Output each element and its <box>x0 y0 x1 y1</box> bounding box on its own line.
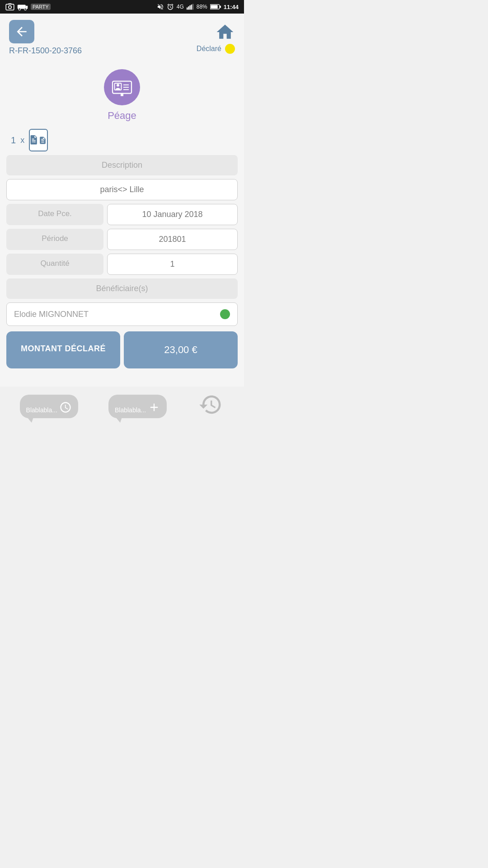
svg-point-21 <box>32 142 34 144</box>
beneficiary-row[interactable]: Elodie MIGNONNET <box>6 302 238 326</box>
svg-point-16 <box>117 84 119 87</box>
home-button[interactable] <box>215 22 235 42</box>
clock-icon-1 <box>59 401 72 414</box>
battery-percent: 88% <box>197 4 207 10</box>
party-label: PARTY <box>31 4 51 10</box>
category-label: Péage <box>108 110 136 122</box>
periode-label: Période <box>6 229 103 250</box>
back-button[interactable] <box>9 20 34 43</box>
history-icon <box>198 392 223 417</box>
nav-item-history-chat[interactable]: Blablabla... <box>20 395 78 418</box>
svg-point-4 <box>19 8 21 10</box>
nav-bubble-1-text: Blablabla... <box>26 406 57 414</box>
amount-row: MONTANT DÉCLARÉ 23,00 € <box>6 331 238 368</box>
description-header: Description <box>6 155 238 175</box>
quantite-row: Quantité 1 <box>6 254 238 275</box>
description-input[interactable]: paris<> Lille <box>6 179 238 200</box>
nav-history-icon[interactable] <box>197 391 224 418</box>
status-bar-right: 4G 88% 11:44 <box>157 3 239 10</box>
header-info: Déclaré <box>197 22 235 54</box>
svg-rect-0 <box>6 4 14 10</box>
category-section: Péage <box>6 65 238 124</box>
header: R-FR-1500-20-3766 Déclaré <box>0 14 244 60</box>
alarm-icon <box>167 3 174 10</box>
svg-rect-6 <box>187 8 188 10</box>
main-content: Péage 1 x Description paris<> Lille Date… <box>0 60 244 387</box>
periode-row: Période 201801 <box>6 229 238 250</box>
category-icon <box>104 69 140 105</box>
time-display: 11:44 <box>224 4 239 10</box>
nav-bubble-1-tail <box>27 417 33 423</box>
qty-x: x <box>20 136 24 145</box>
nav-bubble-2-tail <box>116 417 122 423</box>
nav-bubble-2-text: Blablabla... <box>115 406 146 414</box>
svg-rect-7 <box>188 6 189 9</box>
svg-rect-12 <box>211 5 217 9</box>
nav-item-new[interactable]: Blablabla... <box>108 395 167 418</box>
plus-icon <box>148 401 160 414</box>
receipt-icon <box>29 129 48 151</box>
van-icon <box>17 3 28 10</box>
qty-row: 1 x <box>6 129 238 151</box>
nav-bubble-1[interactable]: Blablabla... <box>20 395 78 418</box>
svg-point-5 <box>24 8 27 10</box>
nav-item-refresh[interactable] <box>197 391 224 418</box>
declared-status: Déclaré <box>197 44 235 54</box>
svg-rect-9 <box>191 5 192 9</box>
bottom-nav: Blablabla... Blablabla... <box>0 387 244 427</box>
status-bar-left: PARTY <box>5 3 51 10</box>
nav-bubble-2[interactable]: Blablabla... <box>108 395 167 418</box>
svg-rect-8 <box>189 5 190 10</box>
beneficiary-name: Elodie MIGNONNET <box>14 310 89 319</box>
amount-declared-button[interactable]: MONTANT DÉCLARÉ <box>6 331 120 368</box>
status-dot-yellow <box>225 44 235 54</box>
mute-icon <box>157 3 164 10</box>
qty-number: 1 <box>11 135 16 146</box>
ref-number: R-FR-1500-20-3766 <box>9 46 82 56</box>
svg-point-1 <box>9 6 11 9</box>
svg-rect-20 <box>121 94 123 96</box>
status-bar: PARTY 4G 88% 11:44 <box>0 0 244 14</box>
signal-icon <box>187 4 194 10</box>
svg-rect-10 <box>192 4 193 10</box>
network-label: 4G <box>177 4 184 10</box>
photo-icon <box>5 3 14 10</box>
amount-value-button[interactable]: 23,00 € <box>124 331 238 368</box>
svg-rect-13 <box>220 5 221 8</box>
battery-icon <box>210 4 221 10</box>
periode-input[interactable]: 201801 <box>107 229 238 250</box>
beneficiaires-header: Bénéficiaire(s) <box>6 278 238 299</box>
date-pce-row: Date Pce. 10 January 2018 <box>6 204 238 225</box>
beneficiary-status-dot <box>220 309 230 319</box>
quantite-label: Quantité <box>6 254 103 275</box>
quantite-input[interactable]: 1 <box>107 254 238 275</box>
date-pce-input[interactable]: 10 January 2018 <box>107 204 238 225</box>
declared-label: Déclaré <box>197 45 221 53</box>
date-pce-label: Date Pce. <box>6 204 103 225</box>
